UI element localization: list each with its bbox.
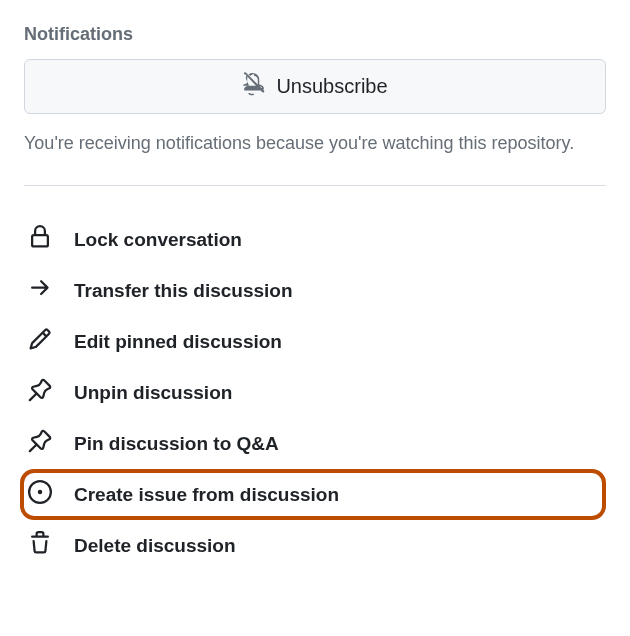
notifications-title: Notifications [24, 24, 606, 45]
create-issue-action[interactable]: Create issue from discussion [20, 469, 606, 520]
action-label: Transfer this discussion [74, 280, 293, 302]
pin-icon [28, 429, 52, 458]
pin-to-qa-action[interactable]: Pin discussion to Q&A [24, 418, 606, 469]
lock-conversation-action[interactable]: Lock conversation [24, 214, 606, 265]
pencil-icon [28, 327, 52, 356]
action-label: Pin discussion to Q&A [74, 433, 279, 455]
transfer-discussion-action[interactable]: Transfer this discussion [24, 265, 606, 316]
discussion-actions: Lock conversation Transfer this discussi… [24, 214, 606, 571]
action-label: Lock conversation [74, 229, 242, 251]
action-label: Delete discussion [74, 535, 236, 557]
notifications-note: You're receiving notifications because y… [24, 130, 606, 157]
bell-slash-icon [242, 72, 266, 101]
unsubscribe-label: Unsubscribe [276, 75, 387, 98]
create-issue-highlight: Create issue from discussion [24, 469, 606, 520]
notifications-section: Notifications Unsubscribe You're receivi… [24, 24, 606, 157]
action-label: Edit pinned discussion [74, 331, 282, 353]
section-divider [24, 185, 606, 186]
action-label: Create issue from discussion [74, 484, 339, 506]
delete-discussion-action[interactable]: Delete discussion [24, 520, 606, 571]
issue-opened-icon [24, 480, 52, 509]
arrow-right-icon [28, 276, 52, 305]
pin-icon [28, 378, 52, 407]
trash-icon [28, 531, 52, 560]
unsubscribe-button[interactable]: Unsubscribe [24, 59, 606, 114]
edit-pinned-action[interactable]: Edit pinned discussion [24, 316, 606, 367]
action-label: Unpin discussion [74, 382, 232, 404]
unpin-discussion-action[interactable]: Unpin discussion [24, 367, 606, 418]
lock-icon [28, 225, 52, 254]
